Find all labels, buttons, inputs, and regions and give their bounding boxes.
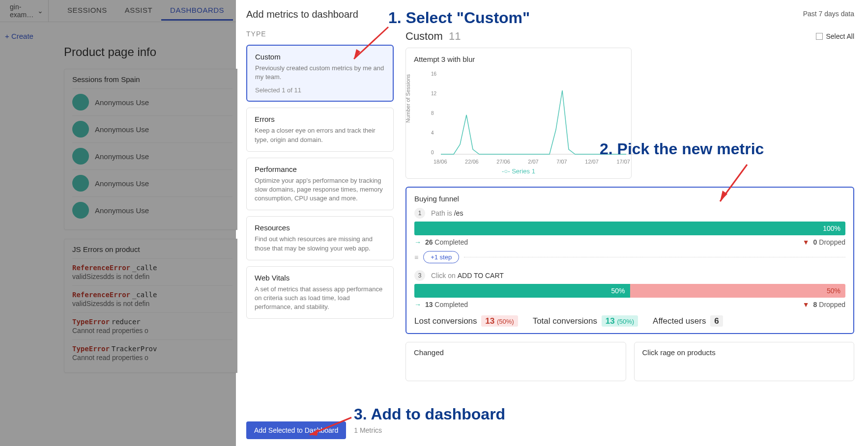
error-row[interactable]: ReferenceError _callevalidSizesdds is no…	[72, 258, 232, 285]
card-js-errors: JS Errors on product ReferenceError _cal…	[64, 239, 241, 373]
chevron-down-icon: ⌄	[37, 7, 43, 15]
user-name: Anonymous Use	[95, 152, 149, 161]
arrow-icon	[305, 415, 354, 440]
type-desc: Previously created custom metrics by me …	[255, 64, 385, 82]
checkbox-icon	[816, 33, 823, 40]
metric-card-click-rage[interactable]: Click rage on products	[634, 342, 855, 381]
add-step-button[interactable]: +1 step	[423, 251, 459, 263]
funnel-title: Buying funnel	[414, 195, 845, 203]
card-title: Changed	[414, 348, 618, 357]
type-desc: A set of metrics that assess app perform…	[255, 285, 385, 312]
type-card-webvitals[interactable]: Web Vitals A set of metrics that assess …	[246, 266, 394, 319]
funnel-summary: Lost conversions 13 (50%) Total conversi…	[414, 316, 845, 326]
user-name: Anonymous Use	[95, 179, 149, 188]
avatar	[72, 202, 89, 219]
card-title: Click rage on products	[642, 348, 846, 357]
list-item[interactable]: Anonymous Use	[72, 115, 232, 142]
add-metrics-modal: Add metrics to dashboard Past 7 days dat…	[237, 0, 868, 446]
card-title: JS Errors on product	[72, 245, 232, 253]
card-title: Sessions from Spain	[72, 75, 232, 84]
list-item[interactable]: Anonymous Use	[72, 169, 232, 196]
svg-line-6	[354, 27, 388, 59]
background-dashboard: gin-exam… ⌄ SESSIONS ASSIST DASHBOARDS +…	[0, 0, 236, 446]
error-row[interactable]: TypeError TrackerProvCannot read propert…	[72, 339, 232, 366]
type-column: TYPE Custom Previously created custom me…	[246, 30, 394, 418]
footer-metrics-count: 1 Metrics	[354, 426, 382, 434]
avatar	[72, 148, 89, 165]
list-item[interactable]: Anonymous Use	[72, 142, 232, 169]
card-sessions-spain: Sessions from Spain Anonymous Use Anonym…	[64, 69, 241, 230]
metric-card-attempt3[interactable]: Attempt 3 with blur Number of Sessions 1…	[405, 48, 632, 179]
annotation-1: 1. Select "Custom"	[388, 9, 530, 27]
type-card-resources[interactable]: Resources Find out which resources are m…	[246, 216, 394, 260]
svg-text:16: 16	[431, 71, 437, 77]
user-name: Anonymous Use	[95, 98, 149, 107]
svg-marker-11	[310, 429, 318, 436]
type-desc: Keep a closer eye on errors and track th…	[255, 126, 385, 144]
type-name: Web Vitals	[255, 274, 385, 282]
arrow-icon	[347, 25, 391, 64]
avatar	[72, 175, 89, 192]
list-item[interactable]: Anonymous Use	[72, 88, 232, 115]
tab-assist[interactable]: ASSIST	[116, 1, 161, 21]
funnel-step-3: 3 Click on ADD TO CART 50% 50% → 13 Comp…	[414, 270, 845, 308]
page-title: Product page info	[64, 45, 236, 59]
chart-y-axis-label: Number of Sessions	[405, 74, 411, 123]
type-selected-count: Selected 1 of 11	[255, 86, 385, 94]
chart-legend: -○- Series 1	[414, 167, 623, 175]
tab-sessions[interactable]: SESSIONS	[58, 1, 116, 21]
type-name: Errors	[255, 115, 385, 123]
avatar	[72, 121, 89, 138]
arrow-right-icon: →	[414, 301, 421, 308]
funnel-bar-green: 50%	[414, 284, 630, 298]
avatar	[72, 94, 89, 111]
metrics-group-title: Custom 11	[405, 30, 461, 43]
user-name: Anonymous Use	[95, 206, 149, 215]
metric-card-buying-funnel[interactable]: Buying funnel 1 Path is /es 100% → 26 Co…	[405, 187, 854, 334]
time-range-label: Past 7 days data	[803, 10, 854, 18]
type-card-errors[interactable]: Errors Keep a closer eye on errors and t…	[246, 108, 394, 151]
error-row[interactable]: TypeError reducerCannot read properties …	[72, 312, 232, 339]
bg-header-bar: gin-exam… ⌄ SESSIONS ASSIST DASHBOARDS	[0, 0, 236, 22]
funnel-bar-green: 100%	[414, 222, 845, 235]
caret-down-icon: ▼	[803, 301, 810, 308]
user-name: Anonymous Use	[95, 125, 149, 134]
chart-x-ticks: 18/0622/0627/062/077/0712/0717/07	[434, 159, 630, 165]
metrics-column: Custom 11 Select All Attempt 3 with blur…	[405, 30, 854, 418]
annotation-3: 3. Add to dashboard	[354, 405, 505, 423]
list-item[interactable]: Anonymous Use	[72, 196, 232, 223]
chart-title: Attempt 3 with blur	[414, 55, 623, 63]
type-desc: Find out which resources are missing and…	[255, 235, 385, 252]
select-all-checkbox[interactable]: Select All	[816, 32, 854, 40]
type-desc: Optimize your app's performance by track…	[255, 176, 385, 203]
svg-text:0: 0	[431, 150, 434, 155]
funnel-step-1: 1 Path is /es 100% → 26 Completed ▼ 0 Dr…	[414, 208, 845, 246]
step-number: 1	[414, 208, 425, 219]
svg-text:8: 8	[431, 111, 434, 116]
arrow-right-icon: →	[414, 238, 421, 246]
create-button[interactable]: + Create	[5, 32, 236, 40]
svg-text:4: 4	[431, 130, 434, 136]
tab-dashboards[interactable]: DASHBOARDS	[161, 1, 233, 21]
arrow-icon	[713, 162, 752, 206]
annotation-2: 2. Pick the new metric	[600, 140, 764, 158]
caret-down-icon: ▼	[803, 238, 810, 246]
metric-card-changed[interactable]: Changed	[405, 342, 626, 381]
error-row[interactable]: ReferenceError _callevalidSizesdds is no…	[72, 285, 232, 312]
svg-text:12: 12	[431, 91, 437, 96]
type-card-performance[interactable]: Performance Optimize your app's performa…	[246, 158, 394, 211]
project-selector[interactable]: gin-exam… ⌄	[5, 0, 49, 22]
type-name: Resources	[255, 223, 385, 232]
step-number: 3	[414, 270, 425, 281]
funnel-bar-red: 50%	[630, 284, 846, 298]
type-name: Performance	[255, 165, 385, 173]
modal-title: Add metrics to dashboard	[246, 9, 854, 20]
drag-handle-icon[interactable]: ≡	[414, 253, 418, 261]
